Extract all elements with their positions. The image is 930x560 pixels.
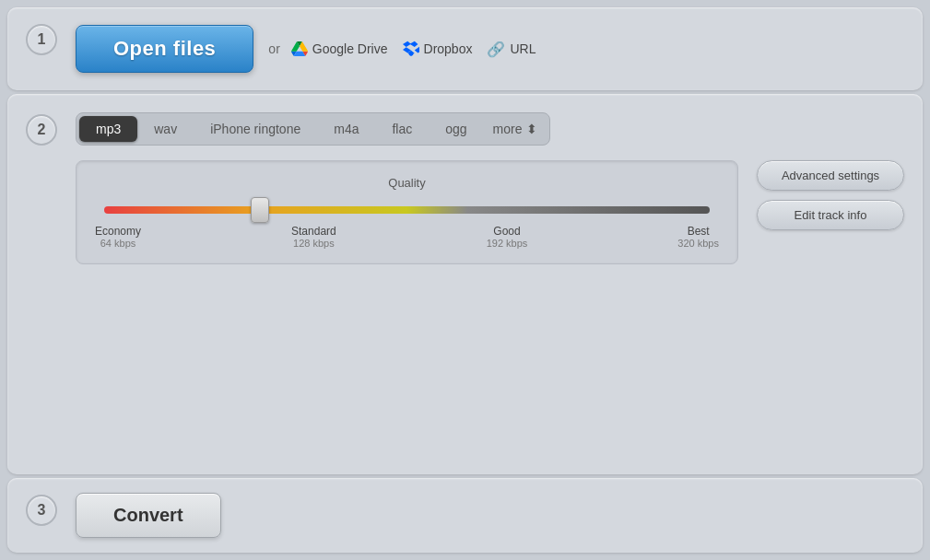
- convert-button[interactable]: Convert: [76, 493, 221, 538]
- quality-marker-standard: Standard 128 kbps: [291, 225, 336, 249]
- cloud-options: Google Drive Dropbox 🔗 URL: [291, 41, 536, 58]
- tab-mp3[interactable]: mp3: [79, 116, 137, 142]
- dropbox-link[interactable]: Dropbox: [403, 41, 473, 57]
- quality-section: Quality Economy 64 kbps Standard 128 kbp…: [76, 160, 738, 264]
- tab-ogg[interactable]: ogg: [429, 116, 483, 142]
- standard-label: Standard: [291, 225, 336, 238]
- step-3-number: 3: [26, 495, 57, 526]
- advanced-settings-button[interactable]: Advanced settings: [757, 160, 904, 191]
- quality-label: Quality: [95, 176, 719, 190]
- or-text: or: [268, 41, 279, 56]
- economy-label: Economy: [95, 225, 141, 238]
- edit-track-info-button[interactable]: Edit track info: [757, 200, 904, 230]
- open-files-button[interactable]: Open files: [76, 25, 253, 73]
- section-1: 1 Open files or Google Drive: [7, 7, 923, 90]
- google-drive-icon: [291, 41, 308, 56]
- standard-kbps: 128 kbps: [291, 238, 336, 249]
- format-tabs: mp3 wav iPhone ringtone m4a flac ogg mor…: [76, 112, 550, 146]
- section-2-content: mp3 wav iPhone ringtone m4a flac ogg mor…: [76, 112, 904, 264]
- tab-wav[interactable]: wav: [137, 116, 194, 142]
- slider-container: [95, 201, 719, 217]
- quality-slider[interactable]: [104, 206, 710, 214]
- google-drive-link[interactable]: Google Drive: [291, 41, 388, 56]
- step-2-number: 2: [26, 114, 57, 146]
- more-chevron-icon: ⬍: [526, 122, 537, 136]
- dropbox-label: Dropbox: [424, 41, 473, 56]
- step-1-number: 1: [26, 24, 57, 55]
- url-label: URL: [510, 41, 536, 56]
- good-label: Good: [487, 225, 528, 238]
- good-kbps: 192 kbps: [487, 238, 528, 249]
- app-container: 1 Open files or Google Drive: [0, 0, 930, 560]
- tab-more[interactable]: more ⬍: [484, 117, 547, 141]
- url-link[interactable]: 🔗 URL: [487, 41, 536, 58]
- quality-marker-good: Good 192 kbps: [487, 225, 528, 249]
- section-2: 2 mp3 wav iPhone ringtone m4a flac ogg m…: [7, 94, 923, 474]
- tab-flac[interactable]: flac: [375, 116, 429, 142]
- google-drive-label: Google Drive: [312, 41, 388, 56]
- section-3: 3 Convert: [7, 478, 923, 553]
- tab-m4a[interactable]: m4a: [317, 116, 375, 142]
- tab-iphone-ringtone[interactable]: iPhone ringtone: [194, 116, 317, 142]
- quality-markers: Economy 64 kbps Standard 128 kbps Good 1…: [95, 225, 719, 249]
- settings-buttons: Advanced settings Edit track info: [757, 160, 904, 230]
- url-icon: 🔗: [487, 41, 505, 58]
- dropbox-icon: [403, 41, 419, 57]
- best-kbps: 320 kbps: [677, 238, 719, 249]
- more-label: more: [493, 122, 523, 136]
- quality-marker-economy: Economy 64 kbps: [95, 225, 141, 249]
- quality-marker-best: Best 320 kbps: [677, 225, 719, 249]
- quality-and-settings: Quality Economy 64 kbps Standard 128 kbp…: [76, 160, 904, 264]
- economy-kbps: 64 kbps: [95, 238, 141, 249]
- best-label: Best: [677, 225, 719, 238]
